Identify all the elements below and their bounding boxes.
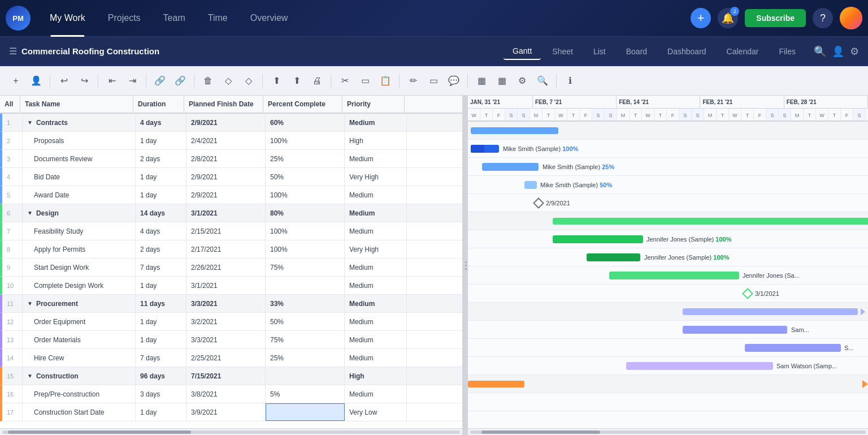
comment-button[interactable]: 💬 xyxy=(445,72,463,90)
col-duration[interactable]: Duration xyxy=(133,96,184,113)
add-user-button[interactable]: 👤 xyxy=(27,72,45,90)
gantt-bar-procurement-group[interactable] xyxy=(683,308,858,315)
tab-board[interactable]: Board xyxy=(617,44,656,59)
collapse-icon[interactable]: ▼ xyxy=(27,373,33,379)
subscribe-button[interactable]: Subscribe xyxy=(745,9,806,27)
gantt-bar-permits[interactable] xyxy=(587,253,640,261)
table-scrollbar[interactable] xyxy=(0,428,462,435)
toolbar: + 👤 ↩ ↪ ⇤ ⇥ 🔗 🔗 🗑 ◇ ◇ ⬆ ⬆ 🖨 ✂ ▭ 📋 ✏ ▭ 💬 … xyxy=(0,66,868,96)
settings-icon[interactable]: ⚙ xyxy=(850,45,859,58)
gantt-row-14: Sam Watson (Samp... xyxy=(468,357,868,375)
collapse-icon[interactable]: ▼ xyxy=(27,119,33,126)
scrollbar-thumb[interactable] xyxy=(8,430,191,434)
nav-my-work[interactable]: My Work xyxy=(40,10,96,27)
hamburger-icon[interactable]: ☰ xyxy=(9,46,17,57)
gantt-week-row: JAN, 31 '21 FEB, 7 '21 FEB, 14 '21 FEB, … xyxy=(468,96,868,109)
collapse-icon[interactable]: ▼ xyxy=(27,300,33,307)
unlink-button[interactable]: 🔗 xyxy=(171,72,189,90)
cut-button[interactable]: ✂ xyxy=(336,72,354,90)
col-all[interactable]: All xyxy=(0,96,20,113)
gantt-bar-start-design[interactable] xyxy=(609,272,739,279)
gantt-bar-construction-group[interactable] xyxy=(468,381,524,387)
row-priority-5: Medium xyxy=(345,186,407,204)
gantt-bar-design-group[interactable] xyxy=(553,218,868,225)
row-percent-17[interactable] xyxy=(266,403,345,421)
redo-button[interactable]: ↪ xyxy=(75,72,93,90)
percent-input[interactable] xyxy=(266,404,344,420)
col-task-name[interactable]: Task Name xyxy=(20,96,133,113)
indent-button[interactable]: ⇥ xyxy=(123,72,141,90)
row-percent-6: 80% xyxy=(266,204,345,222)
tab-sheet[interactable]: Sheet xyxy=(543,44,582,59)
avatar[interactable] xyxy=(840,7,862,29)
paste-button[interactable]: 📋 xyxy=(376,72,394,90)
share-icon[interactable]: 👤 xyxy=(832,45,844,58)
grid-button[interactable]: ▦ xyxy=(493,72,511,90)
col-finish-date[interactable]: Planned Finish Date xyxy=(184,96,263,113)
flag-button[interactable]: ◇ xyxy=(240,72,258,90)
app-logo[interactable]: PM xyxy=(6,6,31,31)
copy-button[interactable]: ▭ xyxy=(356,72,374,90)
row-num-16: 16 xyxy=(2,385,23,403)
export-button[interactable]: ⬆ xyxy=(288,72,306,90)
tab-gantt[interactable]: Gantt xyxy=(504,43,541,60)
upload-button[interactable]: ⬆ xyxy=(267,72,285,90)
toolbar-separator-2 xyxy=(98,74,98,88)
gantt-bar-feasibility[interactable] xyxy=(553,235,643,243)
gantt-bar-crew[interactable] xyxy=(626,362,773,370)
week-label: FEB, 7 '21 xyxy=(533,96,617,108)
collapse-icon[interactable]: ▼ xyxy=(27,210,33,216)
edit-button[interactable]: ✏ xyxy=(404,72,422,90)
print-button[interactable]: 🖨 xyxy=(308,72,326,90)
gantt-label-feasibility: Jennifer Jones (Sample) 100% xyxy=(646,236,731,243)
day-label: M xyxy=(530,109,542,122)
add-task-button[interactable]: + xyxy=(7,72,25,90)
row-finish-4: 2/9/2021 xyxy=(186,168,266,186)
zoom-button[interactable]: 🔍 xyxy=(533,72,552,90)
gantt-bar-equipment[interactable] xyxy=(683,326,787,334)
gantt-scrollbar[interactable] xyxy=(468,428,868,435)
info-button[interactable]: ℹ xyxy=(561,72,579,90)
row-num-8: 8 xyxy=(2,240,23,258)
outdent-button[interactable]: ⇤ xyxy=(103,72,121,90)
tab-calendar[interactable]: Calendar xyxy=(718,44,768,59)
milestone-button[interactable]: ◇ xyxy=(219,72,237,90)
link-button[interactable]: 🔗 xyxy=(151,72,169,90)
row-percent-5: 100% xyxy=(266,186,345,204)
tab-files[interactable]: Files xyxy=(770,44,805,59)
nav-overview[interactable]: Overview xyxy=(240,10,298,27)
note-button[interactable]: ▭ xyxy=(424,72,442,90)
tab-list[interactable]: List xyxy=(584,44,615,59)
gantt-bar-contracts[interactable] xyxy=(471,127,558,134)
row-num-11: 11 xyxy=(2,295,23,312)
gantt-row-12: Sam... xyxy=(468,321,868,339)
notifications-button[interactable]: 🔔 2 xyxy=(718,8,738,28)
row-priority-17: Very Low xyxy=(345,403,407,421)
gantt-scrollbar-thumb[interactable] xyxy=(481,430,600,434)
columns-button[interactable]: ▦ xyxy=(472,72,491,90)
filter-button[interactable]: ⚙ xyxy=(513,72,531,90)
nav-time[interactable]: Time xyxy=(198,10,238,27)
delete-button[interactable]: 🗑 xyxy=(199,72,217,90)
table-row: 15 ▼ Construction 96 days 7/15/2021 High xyxy=(0,367,462,385)
tab-dashboard[interactable]: Dashboard xyxy=(658,44,715,59)
col-percent[interactable]: Percent Complete xyxy=(263,96,342,113)
add-button[interactable]: + xyxy=(691,8,711,28)
gantt-bar-bid[interactable] xyxy=(524,181,537,189)
col-priority[interactable]: Priority xyxy=(342,96,405,113)
undo-button[interactable]: ↩ xyxy=(55,72,73,90)
day-label: T xyxy=(480,109,493,122)
resize-handle[interactable] xyxy=(463,96,468,435)
gantt-label-bid: Mike Smith (Sample) 50% xyxy=(540,182,612,188)
help-button[interactable]: ? xyxy=(813,8,833,28)
day-label: S xyxy=(518,109,530,122)
gantt-bar-materials[interactable] xyxy=(745,344,841,352)
procurement-arrow xyxy=(861,308,865,315)
nav-team[interactable]: Team xyxy=(153,10,196,27)
gantt-bar-docs[interactable] xyxy=(482,163,539,171)
search-icon[interactable]: 🔍 xyxy=(814,45,826,58)
day-label: T xyxy=(654,109,667,122)
nav-projects[interactable]: Projects xyxy=(98,10,151,27)
row-duration-11: 11 days xyxy=(136,295,186,312)
project-navigation: ☰ Commercial Roofing Construction Gantt … xyxy=(0,37,868,66)
